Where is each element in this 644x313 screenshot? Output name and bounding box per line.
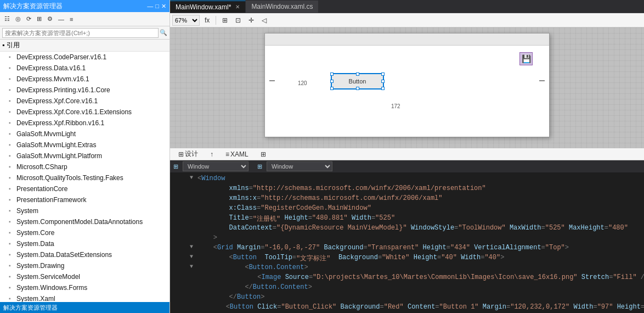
reference-item[interactable]: ▪System.ServiceModel <box>0 271 170 282</box>
reference-item[interactable]: ▪DevExpress.CodeParser.v16.1 <box>0 52 170 63</box>
se-toolbar-btn-3[interactable]: ⟳ <box>24 14 33 24</box>
se-toolbar-btn-6[interactable]: — <box>56 14 66 24</box>
ref-label: System <box>16 206 38 216</box>
expand-9[interactable]: ▼ <box>190 254 196 264</box>
tab-mainwindow-cs[interactable]: MainWindow.xaml.cs <box>246 1 319 13</box>
reference-item[interactable]: ▪DevExpress.Data.v16.1 <box>0 63 170 74</box>
section-label: ▪ 引用 <box>2 41 20 49</box>
se-tree: ▪ 引用 ▪DevExpress.CodeParser.v16.1▪DevExp… <box>0 40 170 302</box>
close-icon[interactable]: ✕ <box>161 3 166 10</box>
se-toolbar-btn-7[interactable]: ≡ <box>67 14 75 24</box>
right-area: MainWindow.xaml* ✕ MainWindow.xaml.cs 67… <box>170 0 644 313</box>
ref-label: DevExpress.Xpf.Ribbon.v16.1 <box>16 118 104 128</box>
ref-icon: ▪ <box>9 239 14 249</box>
cross-button[interactable]: ✛ <box>246 15 257 26</box>
grid-button[interactable]: ⊞ <box>219 15 230 26</box>
se-toolbar-btn-5[interactable]: ⚙ <box>45 14 55 24</box>
xaml-panel[interactable]: ▼ <Window xmlns="http://schemas.microsof… <box>170 172 644 313</box>
reference-item[interactable]: ▪Microsoft.CSharp <box>0 161 170 172</box>
reference-item[interactable]: ▪DevExpress.Xpf.Core.v16.1 <box>0 96 170 107</box>
arrow-button[interactable]: ◁ <box>259 15 269 26</box>
ref-icon: ▪ <box>9 118 14 128</box>
se-toolbar-btn-1[interactable]: ☷ <box>2 14 12 24</box>
se-toolbar: ☷ ◎ ⟳ ⊞ ⚙ — ≡ <box>0 12 170 26</box>
search-icon[interactable]: 🔍 <box>160 29 167 36</box>
reference-item[interactable]: ▪System.Core <box>0 227 170 238</box>
reference-item[interactable]: ▪DevExpress.Xpf.Core.v16.1.Extensions <box>0 107 170 118</box>
reference-item[interactable]: ▪GalaSoft.MvvmLight <box>0 128 170 139</box>
arrow-up-icon: ↑ <box>210 150 213 158</box>
mode-tab-arrow[interactable]: ↑ <box>204 149 219 160</box>
tab-close-1[interactable]: ✕ <box>235 4 240 10</box>
se-toolbar-btn-4[interactable]: ⊞ <box>35 14 44 24</box>
reference-item[interactable]: ▪GalaSoft.MvvmLight.Platform <box>0 150 170 161</box>
reference-item[interactable]: ▪System.ComponentModel.DataAnnotations <box>0 216 170 227</box>
code-line-4: x:Class="RegisterCodeGen.MainWindow" <box>170 204 644 214</box>
pin-icon[interactable]: — <box>147 3 153 10</box>
mode-tab-grid[interactable]: ⊞ <box>255 149 272 160</box>
handle-tr[interactable] <box>381 72 385 76</box>
xaml-icon: ≡ <box>225 150 229 158</box>
ref-label: System.Core <box>16 228 54 238</box>
ref-icon: ▪ <box>9 261 14 271</box>
reference-item[interactable]: ▪System.Drawing <box>0 260 170 271</box>
reference-item[interactable]: ▪PresentationFramework <box>0 194 170 205</box>
reference-item[interactable]: ▪System <box>0 205 170 216</box>
snap-button[interactable]: ⊡ <box>233 15 244 26</box>
reference-item[interactable]: ▪GalaSoft.MvvmLight.Extras <box>0 139 170 150</box>
se-toolbar-btn-2[interactable]: ◎ <box>13 14 23 24</box>
ref-label: PresentationFramework <box>16 195 86 205</box>
handle-bl[interactable] <box>330 87 334 90</box>
ref-icon: ▪ <box>9 283 14 293</box>
canvas-area[interactable]: 💾 Button <box>170 27 644 148</box>
reference-item[interactable]: ▪DevExpress.Mvvm.v16.1 <box>0 74 170 85</box>
mode-tab-design[interactable]: ⊞ 设计 <box>172 148 204 160</box>
reference-list: ▪DevExpress.CodeParser.v16.1▪DevExpress.… <box>0 52 170 302</box>
ref-label: System.Data <box>16 239 54 249</box>
handle-bm[interactable] <box>356 87 359 90</box>
handle-lm[interactable] <box>330 80 334 83</box>
reference-item[interactable]: ▪DevExpress.Printing.v16.1.Core <box>0 85 170 96</box>
search-input[interactable] <box>2 28 159 38</box>
code-line-3: xmlns:x="http://schemas.microsoft.com/wi… <box>170 194 644 204</box>
ref-icon: ▪ <box>9 63 14 73</box>
expand-10[interactable]: ▼ <box>190 264 196 273</box>
xaml-dropdown-2[interactable]: Window Grid Button <box>267 161 332 171</box>
ref-icon: ▪ <box>9 217 14 227</box>
floppy-disk-button[interactable]: 💾 <box>519 52 533 65</box>
ref-label: System.ServiceModel <box>16 272 80 282</box>
handle-tm[interactable] <box>356 72 359 76</box>
tab-mainwindow-xaml[interactable]: MainWindow.xaml* ✕ <box>170 1 246 13</box>
reference-item[interactable]: ▪System.Data <box>0 238 170 249</box>
reference-item[interactable]: ▪DevExpress.Xpf.Ribbon.v16.1 <box>0 118 170 128</box>
handle-rm[interactable] <box>381 80 385 83</box>
reference-item[interactable]: ▪System.Data.DataSetExtensions <box>0 249 170 260</box>
dw-body: 💾 Button <box>265 46 549 137</box>
ref-label: System.Windows.Forms <box>16 283 87 293</box>
dim-bottom-value: 172 <box>391 103 400 109</box>
solution-explorer-title: 解决方案资源管理器 <box>3 2 63 11</box>
code-line-6: DataContext="{DynamicResource MainViewMo… <box>170 224 644 234</box>
ref-label: DevExpress.Printing.v16.1.Core <box>16 85 110 95</box>
reference-item[interactable]: ▪Microsoft.QualityTools.Testing.Fakes <box>0 172 170 183</box>
se-section-references[interactable]: ▪ 引用 <box>0 40 170 52</box>
ref-icon: ▪ <box>9 206 14 216</box>
xaml-dropdown-1[interactable]: Window Grid Button <box>183 161 248 171</box>
handle-br[interactable] <box>381 87 385 90</box>
handle-tl[interactable] <box>330 72 334 76</box>
ref-icon: ▪ <box>9 294 14 302</box>
canvas-button-element[interactable]: Button <box>331 73 384 90</box>
zoom-select[interactable]: 67% 100% 50% <box>172 15 200 26</box>
float-icon[interactable]: □ <box>155 3 159 10</box>
tab-label-2: MainWindow.xaml.cs <box>251 3 313 10</box>
reference-item[interactable]: ▪System.Xaml <box>0 293 170 302</box>
reference-item[interactable]: ▪PresentationCore <box>0 183 170 194</box>
reference-item[interactable]: ▪System.Windows.Forms <box>0 282 170 293</box>
connector-left <box>269 80 275 81</box>
expand-1[interactable]: ▼ <box>190 175 196 185</box>
fx-button[interactable]: fx <box>202 15 212 26</box>
ref-icon: ▪ <box>9 250 14 260</box>
expand-8[interactable]: ▼ <box>190 244 196 254</box>
mode-tab-xaml[interactable]: ≡ XAML <box>219 149 255 160</box>
ref-label: GalaSoft.MvvmLight <box>16 129 76 139</box>
